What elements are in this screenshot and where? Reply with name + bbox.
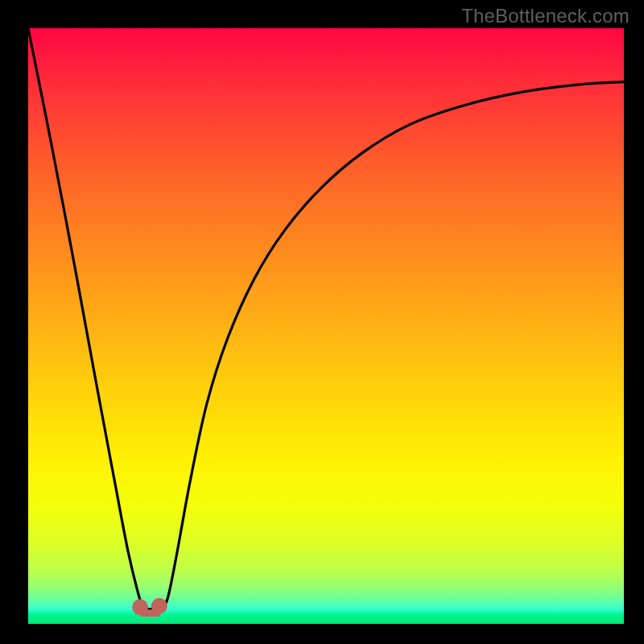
plot-area [28,28,624,624]
bottleneck-curve [28,28,624,609]
chart-frame: TheBottleneck.com [0,0,644,644]
bottleneck-curve-svg [28,28,624,624]
curve-marker [151,598,167,614]
curve-marker [132,599,148,615]
watermark: TheBottleneck.com [461,5,630,27]
